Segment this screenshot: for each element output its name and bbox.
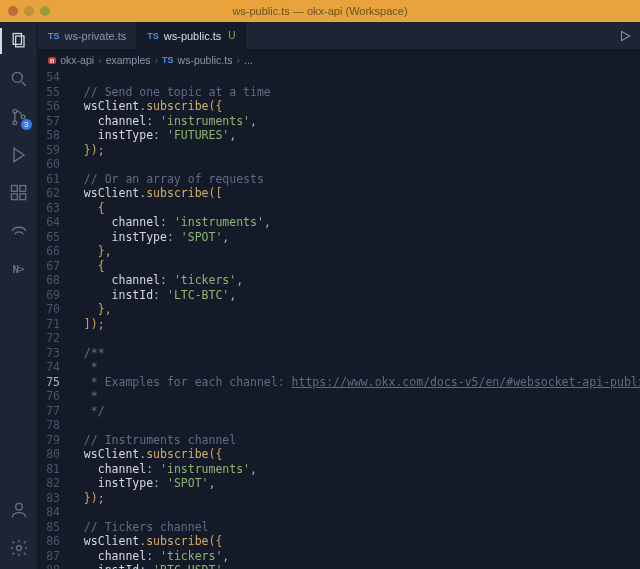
line-number: 63 [38, 201, 70, 216]
line-content: // Tickers channel [70, 520, 640, 535]
search-icon[interactable] [8, 68, 30, 90]
code-line[interactable]: 59 }); [38, 143, 640, 158]
code-line[interactable]: 58 instType: 'FUTURES', [38, 128, 640, 143]
line-content: * [70, 360, 640, 375]
line-number: 67 [38, 259, 70, 274]
line-number: 80 [38, 447, 70, 462]
breadcrumb-segment[interactable]: okx-api [60, 54, 94, 66]
breadcrumb-segment[interactable]: examples [106, 54, 151, 66]
breadcrumb-segment[interactable]: ws-public.ts [178, 54, 233, 66]
line-content: */ [70, 404, 640, 419]
code-line[interactable]: 82 instType: 'SPOT', [38, 476, 640, 491]
code-line[interactable]: 72 [38, 331, 640, 346]
accounts-icon[interactable] [8, 499, 30, 521]
svg-rect-9 [19, 186, 25, 192]
line-number: 85 [38, 520, 70, 535]
line-content: }, [70, 302, 640, 317]
code-line[interactable]: 76 * [38, 389, 640, 404]
window-title: ws-public.ts — okx-api (Workspace) [232, 5, 407, 17]
svg-rect-8 [11, 186, 17, 192]
line-content: // Instruments channel [70, 433, 640, 448]
source-control-icon[interactable]: 3 [8, 106, 30, 128]
code-line[interactable]: 78 [38, 418, 640, 433]
line-number: 57 [38, 114, 70, 129]
code-line[interactable]: 65 instType: 'SPOT', [38, 230, 640, 245]
tab-ws-public[interactable]: TS ws-public.ts U [137, 22, 246, 49]
line-number: 60 [38, 157, 70, 172]
code-line[interactable]: 57 channel: 'instruments', [38, 114, 640, 129]
tab-ws-private[interactable]: TS ws-private.ts [38, 22, 137, 49]
extensions-icon[interactable] [8, 182, 30, 204]
svg-rect-1 [15, 36, 23, 47]
line-content: wsClient.subscribe([ [70, 186, 640, 201]
code-line[interactable]: 71 ]); [38, 317, 640, 332]
code-line[interactable]: 80 wsClient.subscribe({ [38, 447, 640, 462]
breadcrumb-segment[interactable]: ... [244, 54, 253, 66]
code-line[interactable]: 66 }, [38, 244, 640, 259]
code-line[interactable]: 83 }); [38, 491, 640, 506]
line-number: 59 [38, 143, 70, 158]
line-number: 78 [38, 418, 70, 433]
tab-label: ws-private.ts [65, 30, 127, 42]
tab-label: ws-public.ts [164, 30, 221, 42]
code-line[interactable]: 60 [38, 157, 640, 172]
editor-tabs: TS ws-private.ts TS ws-public.ts U [38, 22, 640, 50]
code-line[interactable]: 79 // Instruments channel [38, 433, 640, 448]
line-content [70, 157, 640, 172]
code-line[interactable]: 69 instId: 'LTC-BTC', [38, 288, 640, 303]
chevron-right-icon: › [155, 54, 159, 66]
svg-point-2 [12, 72, 22, 82]
nx-icon[interactable]: N> [8, 258, 30, 280]
line-number: 69 [38, 288, 70, 303]
svg-rect-11 [19, 194, 25, 200]
line-content: }, [70, 244, 640, 259]
code-editor[interactable]: 5455 // Send one topic at a time56 wsCli… [38, 70, 640, 569]
git-status-untracked: U [228, 30, 235, 41]
npm-icon: n [48, 57, 56, 64]
code-line[interactable]: 62 wsClient.subscribe([ [38, 186, 640, 201]
code-line[interactable]: 86 wsClient.subscribe({ [38, 534, 640, 549]
code-line[interactable]: 55 // Send one topic at a time [38, 85, 640, 100]
run-file-icon[interactable] [618, 29, 632, 43]
code-line[interactable]: 84 [38, 505, 640, 520]
line-number: 82 [38, 476, 70, 491]
close-window-button[interactable] [8, 6, 18, 16]
code-line[interactable]: 61 // Or an array of requests [38, 172, 640, 187]
breadcrumbs[interactable]: n okx-api › examples › TS ws-public.ts ›… [38, 50, 640, 70]
code-line[interactable]: 88 instId: 'BTC-USDT', [38, 563, 640, 569]
settings-gear-icon[interactable] [8, 537, 30, 559]
remote-icon[interactable] [8, 220, 30, 242]
line-number: 87 [38, 549, 70, 564]
line-number: 88 [38, 563, 70, 569]
line-number: 71 [38, 317, 70, 332]
code-line[interactable]: 56 wsClient.subscribe({ [38, 99, 640, 114]
line-content: * Examples for each channel: https://www… [70, 375, 640, 390]
code-line[interactable]: 54 [38, 70, 640, 85]
line-content: wsClient.subscribe({ [70, 99, 640, 114]
code-line[interactable]: 70 }, [38, 302, 640, 317]
svg-rect-0 [13, 34, 21, 45]
line-content: instType: 'SPOT', [70, 476, 640, 491]
typescript-icon: TS [147, 31, 159, 41]
code-line[interactable]: 73 /** [38, 346, 640, 361]
line-content: instType: 'SPOT', [70, 230, 640, 245]
typescript-icon: TS [48, 31, 60, 41]
code-line[interactable]: 64 channel: 'instruments', [38, 215, 640, 230]
code-line[interactable]: 68 channel: 'tickers', [38, 273, 640, 288]
code-line[interactable]: 74 * [38, 360, 640, 375]
maximize-window-button[interactable] [40, 6, 50, 16]
code-line[interactable]: 77 */ [38, 404, 640, 419]
run-debug-icon[interactable] [8, 144, 30, 166]
code-line[interactable]: 75 * Examples for each channel: https://… [38, 375, 640, 390]
explorer-icon[interactable] [8, 30, 30, 52]
line-content: ]); [70, 317, 640, 332]
code-line[interactable]: 63 { [38, 201, 640, 216]
svg-marker-14 [622, 31, 630, 40]
code-line[interactable]: 81 channel: 'instruments', [38, 462, 640, 477]
minimize-window-button[interactable] [24, 6, 34, 16]
code-line[interactable]: 87 channel: 'tickers', [38, 549, 640, 564]
line-number: 76 [38, 389, 70, 404]
line-content: instId: 'LTC-BTC', [70, 288, 640, 303]
code-line[interactable]: 67 { [38, 259, 640, 274]
code-line[interactable]: 85 // Tickers channel [38, 520, 640, 535]
